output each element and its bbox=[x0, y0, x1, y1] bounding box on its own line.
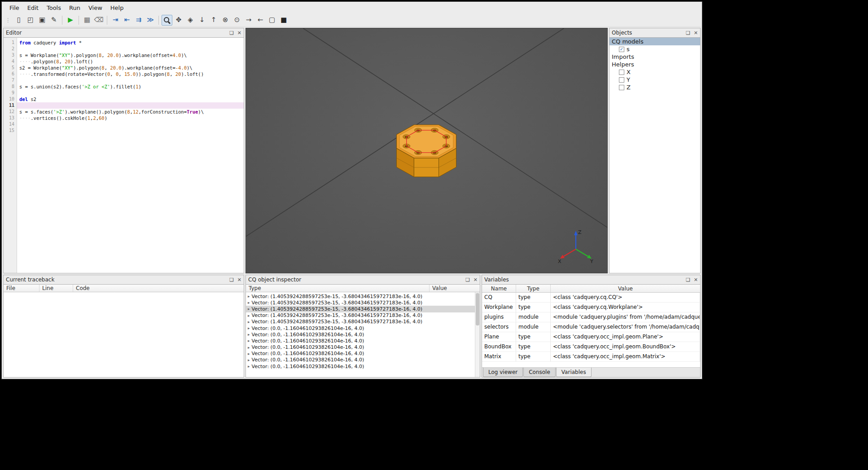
iso-view-icon[interactable]: ◈ bbox=[185, 15, 196, 26]
view-left-icon[interactable]: ← bbox=[255, 15, 266, 26]
inspector-row[interactable]: ▸Vector: (0.0, -1.1604610293826104e-16, … bbox=[246, 325, 480, 331]
trash-icon[interactable]: ⌫ bbox=[93, 15, 104, 26]
new-document-icon[interactable]: ▯ bbox=[13, 15, 24, 26]
tab-console[interactable]: Console bbox=[523, 368, 556, 377]
float-icon[interactable]: ❏ bbox=[686, 277, 690, 282]
expand-arrow-icon[interactable]: ▸ bbox=[248, 338, 250, 343]
expand-arrow-icon[interactable]: ▸ bbox=[248, 313, 250, 318]
expand-arrow-icon[interactable]: ▸ bbox=[248, 300, 250, 305]
clipboard-icon[interactable]: ▦ bbox=[82, 15, 92, 26]
zoom-icon[interactable] bbox=[162, 15, 172, 26]
scrollbar-thumb[interactable] bbox=[476, 293, 479, 325]
column-header-value[interactable]: Value bbox=[430, 285, 480, 292]
inspector-row[interactable]: ▸Vector: (1.4053924288597253e-15, -3.680… bbox=[246, 299, 480, 306]
tab-variables[interactable]: Variables bbox=[556, 368, 592, 377]
expand-arrow-icon[interactable]: ▸ bbox=[248, 320, 250, 324]
variable-row[interactable]: Workplanetype<class 'cadquery.cq.Workpla… bbox=[482, 303, 700, 312]
menu-edit[interactable]: Edit bbox=[24, 3, 42, 13]
inspector-row[interactable]: ▸Vector: (1.4053924288597253e-15, -3.680… bbox=[246, 293, 480, 299]
expand-arrow-icon[interactable]: ▸ bbox=[248, 345, 250, 350]
close-icon[interactable]: ✕ bbox=[473, 277, 478, 282]
tree-item-cq-models[interactable]: CQ models bbox=[609, 38, 700, 45]
menu-tools[interactable]: Tools bbox=[43, 3, 65, 13]
inspector-row[interactable]: ▸Vector: (0.0, -1.1604610293826104e-16, … bbox=[246, 363, 480, 369]
tree-item-helpers[interactable]: Helpers bbox=[609, 61, 700, 68]
variable-row[interactable]: pluginsmodule<module 'cadquery.plugins' … bbox=[482, 312, 700, 322]
float-icon[interactable]: ❏ bbox=[686, 31, 690, 35]
inspector-row[interactable]: ▸Vector: (0.0, -1.1604610293826104e-16, … bbox=[246, 338, 480, 344]
inspector-row[interactable]: ▸Vector: (0.0, -1.1604610293826104e-16, … bbox=[246, 344, 480, 351]
open-file-icon[interactable]: ◰ bbox=[25, 15, 36, 26]
expand-arrow-icon[interactable]: ▸ bbox=[248, 351, 250, 356]
wireframe-icon[interactable]: ▢ bbox=[267, 15, 277, 26]
checkbox-z[interactable] bbox=[619, 85, 624, 90]
expand-arrow-icon[interactable]: ▸ bbox=[248, 358, 250, 362]
menu-view[interactable]: View bbox=[85, 3, 106, 13]
expand-arrow-icon[interactable]: ▸ bbox=[248, 294, 250, 299]
debug-icon[interactable]: ⇥ bbox=[110, 15, 121, 26]
menu-file[interactable]: File bbox=[6, 3, 23, 13]
step-next-icon[interactable]: ⇤ bbox=[122, 15, 132, 26]
checkbox-y[interactable] bbox=[619, 77, 624, 83]
cad-model[interactable] bbox=[379, 114, 473, 188]
code-area[interactable]: from cadquery import *s = Workplane("XY"… bbox=[17, 38, 244, 273]
column-header-line[interactable]: Line bbox=[39, 285, 73, 292]
inspector-row[interactable]: ▸Vector: (0.0, -1.1604610293826104e-16, … bbox=[246, 331, 480, 338]
variable-row[interactable]: Matrixtype<class 'cadquery.occ_impl.geom… bbox=[482, 352, 700, 362]
continue-icon[interactable]: ≫ bbox=[145, 15, 156, 26]
float-icon[interactable]: ❏ bbox=[229, 31, 234, 35]
inspector-row[interactable]: ▸Vector: (0.0, -1.1604610293826104e-16, … bbox=[246, 357, 480, 363]
inspector-row[interactable]: ▸Vector: (1.4053924288597253e-15, -3.680… bbox=[246, 312, 480, 319]
render-icon[interactable]: ▶ bbox=[65, 15, 76, 26]
expand-arrow-icon[interactable]: ▸ bbox=[248, 332, 250, 337]
float-icon[interactable]: ❏ bbox=[229, 277, 234, 282]
close-icon[interactable]: ✕ bbox=[694, 277, 698, 282]
column-header-file[interactable]: File bbox=[4, 285, 39, 292]
column-header-name[interactable]: Name bbox=[482, 285, 516, 292]
variable-row[interactable]: CQtype<class 'cadquery.cq.CQ'> bbox=[482, 293, 700, 303]
column-header-type[interactable]: Type bbox=[246, 285, 430, 292]
view-top-icon[interactable]: ↑ bbox=[208, 15, 219, 26]
bottom-tab-bar: Log viewerConsoleVariables bbox=[482, 367, 700, 377]
close-icon[interactable]: ✕ bbox=[237, 277, 241, 282]
view-back-icon[interactable]: ⊙ bbox=[232, 15, 242, 26]
save-as-icon[interactable]: ✎ bbox=[48, 15, 59, 26]
tree-item-z[interactable]: Z bbox=[609, 83, 700, 91]
variable-row[interactable]: Planetype<class 'cadquery.occ_impl.geom.… bbox=[482, 332, 700, 342]
tree-item-y[interactable]: Y bbox=[609, 76, 700, 83]
scrollbar[interactable] bbox=[475, 292, 480, 377]
column-header-type[interactable]: Type bbox=[516, 285, 551, 292]
toolbar-separator bbox=[62, 16, 62, 25]
variable-row[interactable]: selectorsmodule<module 'cadquery.selecto… bbox=[482, 322, 700, 332]
variable-row[interactable]: BoundBoxtype<class 'cadquery.occ_impl.ge… bbox=[482, 342, 700, 352]
expand-arrow-icon[interactable]: ▸ bbox=[248, 307, 250, 311]
inspector-row[interactable]: ▸Vector: (1.4053924288597253e-15, -3.680… bbox=[246, 306, 480, 312]
inspector-row[interactable]: ▸Vector: (1.4053924288597253e-15, -3.680… bbox=[246, 319, 480, 325]
menu-run[interactable]: Run bbox=[66, 3, 84, 13]
view-bottom-icon[interactable]: ↓ bbox=[197, 15, 207, 26]
step-into-icon[interactable]: ⇉ bbox=[133, 15, 144, 26]
close-icon[interactable]: ✕ bbox=[237, 31, 241, 35]
code-editor[interactable]: 123456789101112131415 from cadquery impo… bbox=[4, 37, 244, 273]
column-header-value[interactable]: Value bbox=[551, 285, 700, 292]
viewport-3d[interactable]: X Y Z bbox=[245, 28, 608, 273]
expand-arrow-icon[interactable]: ▸ bbox=[248, 326, 250, 330]
view-right-icon[interactable]: → bbox=[243, 15, 254, 26]
float-icon[interactable]: ❏ bbox=[465, 277, 470, 282]
toolbar-handle-icon[interactable]: ⋮ bbox=[5, 17, 11, 23]
view-front-icon[interactable]: ⊗ bbox=[220, 15, 231, 26]
tree-item-s[interactable]: ✓s bbox=[609, 45, 700, 53]
menu-help[interactable]: Help bbox=[107, 3, 127, 13]
tree-item-x[interactable]: X bbox=[609, 68, 700, 76]
checkbox-x[interactable] bbox=[619, 70, 624, 75]
close-icon[interactable]: ✕ bbox=[694, 31, 698, 35]
inspector-row[interactable]: ▸Vector: (0.0, -1.1604610293826104e-16, … bbox=[246, 351, 480, 357]
save-icon[interactable]: ▣ bbox=[37, 15, 48, 26]
tab-log-viewer[interactable]: Log viewer bbox=[483, 368, 523, 377]
shaded-icon[interactable]: ■ bbox=[278, 15, 289, 26]
expand-arrow-icon[interactable]: ▸ bbox=[248, 364, 250, 369]
fit-view-icon[interactable]: ✥ bbox=[173, 15, 184, 26]
checkbox-s[interactable]: ✓ bbox=[619, 47, 624, 52]
tree-item-imports[interactable]: Imports bbox=[609, 53, 700, 61]
column-header-code[interactable]: Code bbox=[73, 285, 244, 292]
